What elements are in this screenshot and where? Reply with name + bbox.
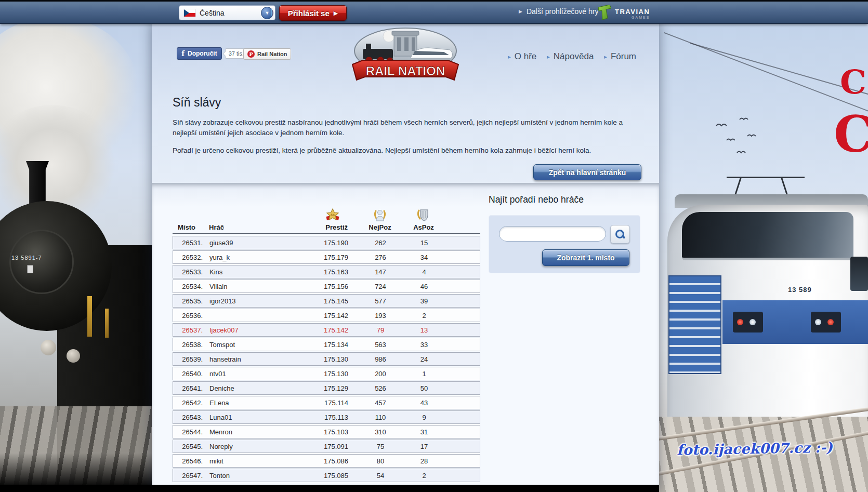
locomotive-lamp [27,265,33,273]
nejpoz-cell: 54 [352,472,409,480]
prestige-cell: 175.129 [313,384,352,392]
rank-cell: 26537. [173,326,205,334]
prestige-cell: 175.086 [313,457,352,465]
aspoz-cell: 15 [409,239,440,247]
rank-cell: 26542. [173,399,205,407]
aspoz-cell: 34 [409,254,440,261]
nav-arrow-icon: ▸ [604,54,607,60]
train-windshield [682,212,853,260]
rail-nation-logo[interactable]: RAIL NATION [348,26,463,87]
left-photo-steam-locomotive: 13 5891-7 [0,22,152,492]
table-row: 26536. 175.142 193 2 [173,309,480,322]
aspoz-cell: 17 [409,443,440,450]
aspoz-cell: 50 [409,384,440,392]
white-lamp-icon [815,319,821,325]
red-lamp-icon [737,319,743,325]
pinterest-icon: P [247,50,255,58]
nav-item-napoveda[interactable]: ▸ Nápověda [547,51,594,62]
page-title: Síň slávy [173,96,221,110]
table-row: 26545. Noreply 175.091 75 17 [173,440,480,453]
table-section: Místo Hráč Prestiž NejPoz AsPoz 26531. g… [152,183,659,492]
pinterest-label: Rail Nation [257,51,287,57]
nav-item-o-hre[interactable]: ▸ O hře [508,51,536,62]
locomotive-number-plate: 13 5891-7 [11,255,42,261]
search-button[interactable] [610,225,630,244]
intro-paragraph: Síň slávy zobrazuje celkovou prestiž nas… [173,117,632,139]
pinterest-button[interactable]: P Rail Nation [243,48,291,60]
login-button[interactable]: Přihlásit se ▶ [279,5,347,21]
right-photo-electric-train: 13 589 C C [659,22,868,492]
facebook-recommend-button[interactable]: f Doporučit 37 tis. [177,47,247,60]
prestige-cell: 175.114 [313,399,352,407]
language-selector[interactable]: Čeština ▼ [179,5,275,20]
player-cell: Noreply [205,443,313,450]
travian-icon [598,5,611,20]
aspoz-cell: 28 [409,457,440,465]
train-lamp-cluster [733,312,763,333]
show-first-place-button[interactable]: Zobrazit 1. místo [542,249,629,266]
table-row: 26547. Tonton 175.085 54 2 [173,469,480,482]
nejpoz-cell: 276 [352,254,409,261]
player-cell: igor2013 [205,297,313,305]
back-to-home-button[interactable]: Zpět na hlavní stránku [533,164,641,180]
locomotive-smokebox-door [9,230,74,294]
prestige-medal-icon [325,208,340,222]
table-row: 26531. giuse39 175.190 262 15 [173,236,480,249]
table-row: 26541. Deniche 175.129 526 50 [173,381,480,395]
player-cell: mikit [205,457,313,465]
table-row: 26543. Luna01 175.113 110 9 [173,410,480,424]
rank-cell: 26546. [173,457,205,465]
logo-text: RAIL NATION [366,64,445,78]
player-cell: Menron [205,428,313,436]
nejpoz-cell: 147 [352,268,409,276]
player-cell: yura_k [205,254,313,261]
main-content-column: f Doporučit 37 tis. P Rail Nation [152,22,659,492]
topbar-separator: | [271,7,273,16]
nejpoz-cell: 80 [352,457,409,465]
rank-cell: 26532. [173,254,205,261]
rank-cell: 26535. [173,297,205,305]
nejpoz-cell: 577 [352,297,409,305]
table-row: 26539. hansetrain 175.130 986 24 [173,352,480,366]
aspoz-cell: 43 [409,399,440,407]
prestige-cell: 175.142 [313,326,352,334]
nav-item-forum[interactable]: ▸ Fórum [604,51,636,62]
aspoz-cell: 24 [409,355,440,363]
prestige-cell: 175.113 [313,414,352,421]
rank-cell: 26545. [173,443,205,450]
rank-cell: 26534. [173,283,205,290]
nejpoz-cell: 457 [352,399,409,407]
table-header-icons [173,206,480,222]
table-header-labels: Místo Hráč Prestiž NejPoz AsPoz [173,223,480,234]
header-prestige: Prestiž [313,223,352,231]
table-rows: 26531. giuse39 175.190 262 15 26532. yur… [173,236,480,482]
train-louver-panel [668,275,721,374]
nejpoz-cell: 75 [352,443,409,450]
table-row: 26535. igor2013 175.145 577 39 [173,294,480,308]
table-row: 26534. Villain 175.156 724 46 [173,280,480,293]
prestige-cell: 175.130 [313,370,352,378]
locomotive-buffer [67,349,80,363]
more-browser-games-link[interactable]: ▶ Další prohlížečové hry [519,7,598,16]
travian-games-logo[interactable]: TRAVIAN GAMES [598,5,650,20]
prestige-cell: 175.103 [313,428,352,436]
aspoz-cell: 2 [409,472,440,480]
player-cell: hansetrain [205,355,313,363]
rank-cell: 26547. [173,472,205,480]
rank-cell: 26543. [173,414,205,421]
aspoz-cell: 31 [409,428,440,436]
nav-arrow-icon: ▸ [508,54,511,60]
player-cell: ntv01 [205,370,313,378]
aspoz-cell: 33 [409,341,440,349]
prestige-cell: 175.156 [313,283,352,290]
photo-watermark: foto.ijacek007.cz :-) [677,439,833,458]
prestige-cell: 175.134 [313,341,352,349]
locomotive-buffer [41,340,56,355]
rank-cell: 26539. [173,355,205,363]
search-input[interactable] [499,226,606,242]
birds-flock [711,115,773,162]
aspoz-cell: 9 [409,414,440,421]
facebook-label: Doporučit [188,50,217,57]
pantograph [721,172,810,196]
aspoz-cell: 46 [409,283,440,290]
